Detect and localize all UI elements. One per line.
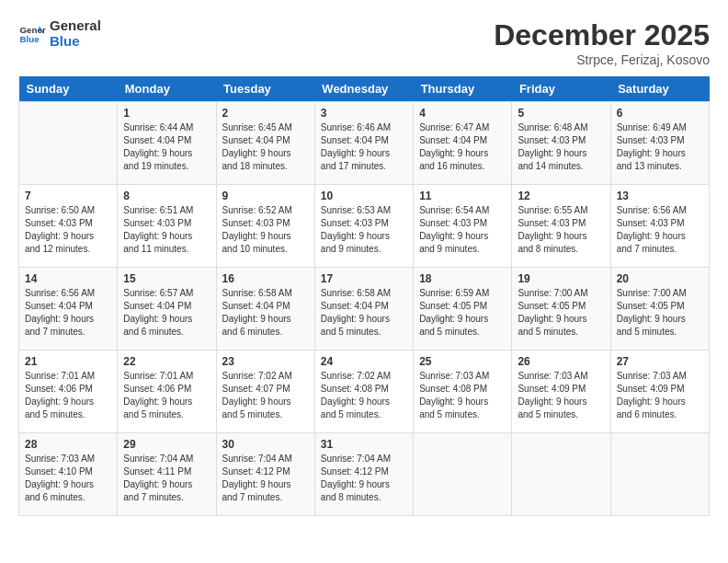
day-number: 31 [321,438,407,451]
day-number: 23 [222,355,309,368]
calendar-cell: 21Sunrise: 7:01 AM Sunset: 4:06 PM Dayli… [19,350,118,433]
calendar-cell: 2Sunrise: 6:45 AM Sunset: 4:04 PM Daylig… [216,102,314,185]
title-block: December 2025 Strpce, Ferizaj, Kosovo [494,18,710,67]
calendar-cell: 26Sunrise: 7:03 AM Sunset: 4:09 PM Dayli… [512,350,610,433]
day-number: 19 [518,272,604,285]
day-info: Sunrise: 6:59 AM Sunset: 4:05 PM Dayligh… [419,287,506,339]
day-number: 3 [321,107,407,120]
calendar-cell: 16Sunrise: 6:58 AM Sunset: 4:04 PM Dayli… [216,268,314,350]
day-info: Sunrise: 7:02 AM Sunset: 4:07 PM Dayligh… [222,370,309,421]
day-info: Sunrise: 6:47 AM Sunset: 4:04 PM Dayligh… [419,121,506,173]
location: Strpce, Ferizaj, Kosovo [494,52,710,67]
calendar-cell [414,433,512,516]
calendar-cell: 6Sunrise: 6:49 AM Sunset: 4:03 PM Daylig… [610,102,709,185]
month-title: December 2025 [494,18,710,52]
day-number: 6 [617,107,703,120]
calendar-cell: 12Sunrise: 6:55 AM Sunset: 4:03 PM Dayli… [512,185,610,268]
logo-general: General [50,18,101,34]
day-info: Sunrise: 6:56 AM Sunset: 4:04 PM Dayligh… [25,287,111,339]
day-number: 1 [123,107,210,120]
day-number: 5 [518,107,604,120]
day-number: 11 [419,190,506,202]
day-header-tuesday: Tuesday [216,76,314,102]
calendar-table: SundayMondayTuesdayWednesdayThursdayFrid… [18,76,710,516]
day-number: 24 [321,355,407,368]
calendar-cell: 22Sunrise: 7:01 AM Sunset: 4:06 PM Dayli… [118,350,216,433]
calendar-cell: 23Sunrise: 7:02 AM Sunset: 4:07 PM Dayli… [216,350,314,433]
calendar-cell [512,433,610,516]
day-info: Sunrise: 7:03 AM Sunset: 4:09 PM Dayligh… [518,370,604,421]
day-info: Sunrise: 6:48 AM Sunset: 4:03 PM Dayligh… [518,121,604,173]
day-number: 28 [25,438,111,451]
day-info: Sunrise: 6:53 AM Sunset: 4:03 PM Dayligh… [321,204,407,256]
calendar-cell: 10Sunrise: 6:53 AM Sunset: 4:03 PM Dayli… [314,185,413,268]
day-number: 14 [25,272,111,285]
week-row-1: 1Sunrise: 6:44 AM Sunset: 4:04 PM Daylig… [19,102,710,185]
day-header-thursday: Thursday [414,76,512,102]
week-row-3: 14Sunrise: 6:56 AM Sunset: 4:04 PM Dayli… [19,268,710,350]
day-info: Sunrise: 6:58 AM Sunset: 4:04 PM Dayligh… [321,287,407,339]
day-info: Sunrise: 7:02 AM Sunset: 4:08 PM Dayligh… [321,370,407,421]
day-number: 21 [25,355,111,368]
calendar-cell: 24Sunrise: 7:02 AM Sunset: 4:08 PM Dayli… [314,350,413,433]
day-info: Sunrise: 7:03 AM Sunset: 4:09 PM Dayligh… [617,370,703,421]
calendar-cell: 29Sunrise: 7:04 AM Sunset: 4:11 PM Dayli… [118,433,216,516]
day-number: 13 [617,190,703,202]
day-header-sunday: Sunday [19,76,118,102]
day-number: 26 [518,355,604,368]
week-row-5: 28Sunrise: 7:03 AM Sunset: 4:10 PM Dayli… [19,433,710,516]
day-number: 18 [419,272,506,285]
week-row-4: 21Sunrise: 7:01 AM Sunset: 4:06 PM Dayli… [19,350,710,433]
calendar-cell: 18Sunrise: 6:59 AM Sunset: 4:05 PM Dayli… [414,268,512,350]
day-info: Sunrise: 7:01 AM Sunset: 4:06 PM Dayligh… [123,370,210,421]
day-info: Sunrise: 7:04 AM Sunset: 4:12 PM Dayligh… [222,453,309,504]
day-info: Sunrise: 6:58 AM Sunset: 4:04 PM Dayligh… [222,287,309,339]
day-number: 25 [419,355,506,368]
day-header-friday: Friday [512,76,610,102]
days-header-row: SundayMondayTuesdayWednesdayThursdayFrid… [19,76,710,102]
logo: General Blue General Blue [18,18,101,49]
calendar-cell: 8Sunrise: 6:51 AM Sunset: 4:03 PM Daylig… [118,185,216,268]
day-info: Sunrise: 6:46 AM Sunset: 4:04 PM Dayligh… [321,121,407,173]
calendar-cell: 3Sunrise: 6:46 AM Sunset: 4:04 PM Daylig… [314,102,413,185]
calendar-cell: 13Sunrise: 6:56 AM Sunset: 4:03 PM Dayli… [610,185,709,268]
day-number: 29 [123,438,210,451]
day-number: 27 [617,355,703,368]
calendar-cell: 14Sunrise: 6:56 AM Sunset: 4:04 PM Dayli… [19,268,118,350]
day-info: Sunrise: 6:54 AM Sunset: 4:03 PM Dayligh… [419,204,506,256]
day-info: Sunrise: 7:04 AM Sunset: 4:11 PM Dayligh… [123,453,210,504]
day-number: 7 [25,190,111,202]
day-info: Sunrise: 7:03 AM Sunset: 4:10 PM Dayligh… [25,453,111,504]
day-number: 10 [321,190,407,202]
day-info: Sunrise: 6:50 AM Sunset: 4:03 PM Dayligh… [25,204,111,256]
day-info: Sunrise: 6:49 AM Sunset: 4:03 PM Dayligh… [617,121,703,173]
svg-text:Blue: Blue [20,34,40,44]
day-info: Sunrise: 7:04 AM Sunset: 4:12 PM Dayligh… [321,453,407,504]
day-info: Sunrise: 6:56 AM Sunset: 4:03 PM Dayligh… [617,204,703,256]
calendar-cell: 30Sunrise: 7:04 AM Sunset: 4:12 PM Dayli… [216,433,314,516]
day-number: 9 [222,190,309,202]
day-number: 8 [123,190,210,202]
day-info: Sunrise: 7:00 AM Sunset: 4:05 PM Dayligh… [518,287,604,339]
svg-text:General: General [20,24,47,34]
day-number: 20 [617,272,703,285]
day-number: 2 [222,107,309,120]
day-number: 30 [222,438,309,451]
day-info: Sunrise: 7:00 AM Sunset: 4:05 PM Dayligh… [617,287,703,339]
calendar-cell: 28Sunrise: 7:03 AM Sunset: 4:10 PM Dayli… [19,433,118,516]
calendar-cell [19,102,118,185]
day-number: 16 [222,272,309,285]
calendar-cell: 20Sunrise: 7:00 AM Sunset: 4:05 PM Dayli… [610,268,709,350]
day-number: 17 [321,272,407,285]
day-info: Sunrise: 6:52 AM Sunset: 4:03 PM Dayligh… [222,204,309,256]
day-info: Sunrise: 7:01 AM Sunset: 4:06 PM Dayligh… [25,370,111,421]
logo-icon: General Blue [18,20,46,48]
day-number: 12 [518,190,604,202]
calendar-cell: 11Sunrise: 6:54 AM Sunset: 4:03 PM Dayli… [414,185,512,268]
calendar-cell: 4Sunrise: 6:47 AM Sunset: 4:04 PM Daylig… [414,102,512,185]
day-info: Sunrise: 6:57 AM Sunset: 4:04 PM Dayligh… [123,287,210,339]
page-header: General Blue General Blue December 2025 … [18,18,710,67]
day-info: Sunrise: 6:44 AM Sunset: 4:04 PM Dayligh… [123,121,210,173]
day-number: 15 [123,272,210,285]
day-number: 22 [123,355,210,368]
